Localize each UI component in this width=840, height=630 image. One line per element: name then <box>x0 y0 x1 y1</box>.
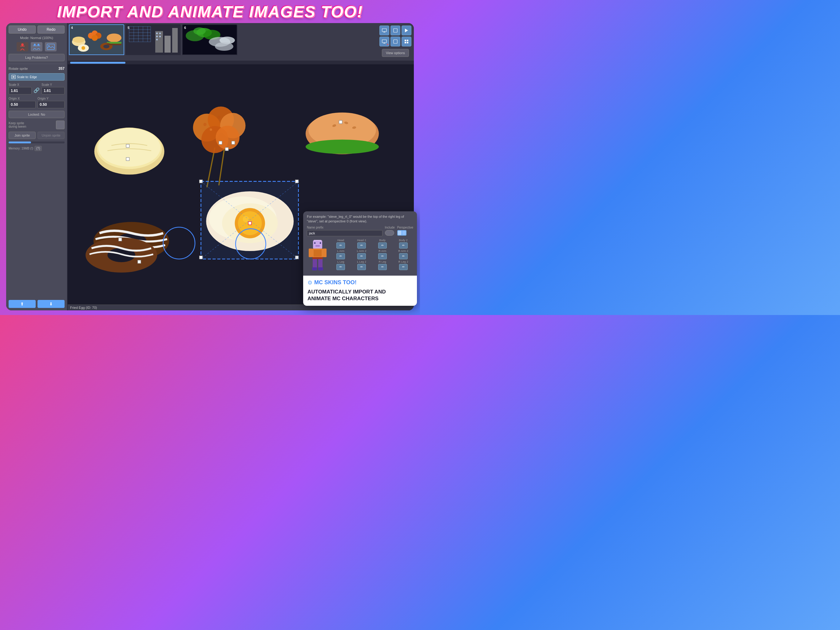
svg-point-68 <box>203 123 206 126</box>
perspective-label: Perspective <box>397 226 413 229</box>
scale-x-input[interactable] <box>9 87 32 95</box>
view-options-button[interactable]: View options <box>382 49 409 57</box>
svg-rect-46 <box>393 28 397 32</box>
svg-rect-32 <box>156 33 158 34</box>
grid-view-button[interactable] <box>401 36 411 46</box>
frame2-view-button[interactable] <box>390 36 400 46</box>
svg-rect-33 <box>156 36 158 37</box>
origin-y-input[interactable] <box>38 101 65 108</box>
display-view-button[interactable] <box>379 25 389 35</box>
rarm-part: R Arm ✏ <box>373 250 393 259</box>
origin-y-field: Origin Y <box>38 97 65 108</box>
scale-fields: Scale X 🔗 Scale Y <box>9 83 65 95</box>
tab-number-6: 6 <box>184 26 186 30</box>
undo-button[interactable]: Undo <box>9 25 36 33</box>
mc-character-area: Head ✏ Head 2 ✏ Body ✏ Body 2 ✏ <box>307 239 413 272</box>
body-button[interactable]: ✏ <box>378 242 387 249</box>
sprite-tab-4[interactable]: 4 <box>69 24 124 55</box>
right-icons-area: View options <box>378 24 413 60</box>
lleg2-part: L Leg 2 ✏ <box>352 260 372 270</box>
main-title: IMPORT AND ANIMATE IMAGES TOO! <box>57 3 363 21</box>
name-prefix-label: Name prefix <box>307 226 382 229</box>
view-icons-grid <box>379 25 411 46</box>
svg-rect-30 <box>164 36 171 52</box>
svg-rect-113 <box>309 249 313 257</box>
lleg2-button[interactable]: ✏ <box>357 264 366 270</box>
bottom-arrow-buttons: ⬆ ⬇ <box>9 300 65 308</box>
tab-scroll-indicator <box>70 62 125 64</box>
svg-point-2 <box>38 44 39 46</box>
arrow-down-button[interactable]: ⬇ <box>38 300 65 308</box>
scale-to-edge-button[interactable]: Scale to: Edge <box>9 73 65 81</box>
rarm-button[interactable]: ✏ <box>378 253 387 259</box>
unjoin-sprite-button[interactable]: Unjoin sprite <box>38 131 65 139</box>
display-star-button[interactable] <box>379 36 389 46</box>
join-sprite-button[interactable]: Join sprite <box>9 131 36 139</box>
head-button[interactable]: ✏ <box>336 242 345 249</box>
perspective-toggle[interactable] <box>397 230 406 236</box>
figure-icon-single[interactable] <box>17 42 28 51</box>
svg-rect-80 <box>339 120 342 123</box>
rleg2-button[interactable]: ✏ <box>399 264 408 270</box>
rleg-button[interactable]: ✏ <box>378 264 387 270</box>
action-buttons: Join sprite Unjoin sprite <box>9 131 65 139</box>
svg-rect-72 <box>232 141 235 144</box>
character-svg <box>307 239 328 272</box>
svg-rect-94 <box>248 222 251 225</box>
rleg2-part: R Leg 2 ✏ <box>393 260 413 270</box>
svg-rect-111 <box>314 250 322 256</box>
mc-gear-icon: ⚙ <box>308 279 313 286</box>
head2-part: Head 2 ✏ <box>352 239 372 249</box>
svg-rect-71 <box>219 141 222 144</box>
lag-problems-button[interactable]: Lag Problems? <box>9 54 65 61</box>
play-button[interactable] <box>401 25 411 35</box>
status-text: Fried Egg (ID: 70) <box>70 306 97 309</box>
name-prefix-field: Name prefix <box>307 226 382 236</box>
memory-row: Memory: 19MB (!) (?) <box>9 146 65 151</box>
scale-x-field: Scale X <box>9 83 32 95</box>
svg-rect-73 <box>225 148 229 151</box>
svg-point-43 <box>215 42 234 51</box>
mc-toggle-group: Include <box>385 226 395 236</box>
head-part: Head ✏ <box>331 239 351 249</box>
keep-sprite-label: Keep spriteduring tween <box>9 122 54 128</box>
redo-button[interactable]: Redo <box>38 25 65 33</box>
svg-rect-51 <box>405 40 406 41</box>
scale-y-field: Scale Y <box>41 83 65 95</box>
svg-rect-86 <box>138 260 141 263</box>
rotate-value: 357 <box>58 66 65 71</box>
svg-rect-108 <box>320 242 321 244</box>
svg-rect-115 <box>313 259 317 268</box>
lleg-button[interactable]: ✏ <box>336 264 345 270</box>
origin-x-input[interactable] <box>9 101 36 108</box>
sprite-tab-5[interactable]: 5 <box>125 24 181 55</box>
head2-button[interactable]: ✏ <box>357 242 366 249</box>
svg-rect-103 <box>398 231 401 235</box>
svg-rect-112 <box>313 257 323 259</box>
arrow-up-button[interactable]: ⬆ <box>9 300 36 308</box>
svg-rect-29 <box>155 31 163 52</box>
locked-button[interactable]: Locked: No <box>9 111 65 118</box>
mc-skins-popup: For example: "steve_leg_rt_0" would be t… <box>303 211 417 306</box>
scale-y-input[interactable] <box>41 87 65 95</box>
mc-subtitle-text: AUTOMATICALLY IMPORT ANDANIMATE MC CHARA… <box>308 288 413 302</box>
rarm2-button[interactable]: ✏ <box>399 253 408 259</box>
name-prefix-input[interactable] <box>307 230 382 236</box>
body2-button[interactable]: ✏ <box>399 242 408 249</box>
frame-view-button[interactable] <box>390 25 400 35</box>
svg-rect-49 <box>384 43 385 43</box>
sprite-tab-6[interactable]: 6 <box>182 24 237 55</box>
progress-bar-fill <box>9 141 31 143</box>
image-icon[interactable] <box>45 42 57 51</box>
keep-sprite-toggle[interactable] <box>56 120 65 129</box>
larm2-button[interactable]: ✏ <box>357 253 366 259</box>
larm-button[interactable]: ✏ <box>336 253 345 259</box>
help-button[interactable]: (?) <box>35 146 42 151</box>
figure-icon-multi[interactable] <box>31 42 43 51</box>
keep-sprite-row: Keep spriteduring tween <box>9 120 65 129</box>
origin-fields: Origin X Origin Y <box>9 97 65 108</box>
rotate-row: Rotate sprite 357 <box>9 66 65 71</box>
include-toggle[interactable] <box>385 230 394 236</box>
rotate-label: Rotate sprite <box>9 67 57 70</box>
left-panel: Undo Redo Mode: Normal (100%) <box>6 23 68 310</box>
